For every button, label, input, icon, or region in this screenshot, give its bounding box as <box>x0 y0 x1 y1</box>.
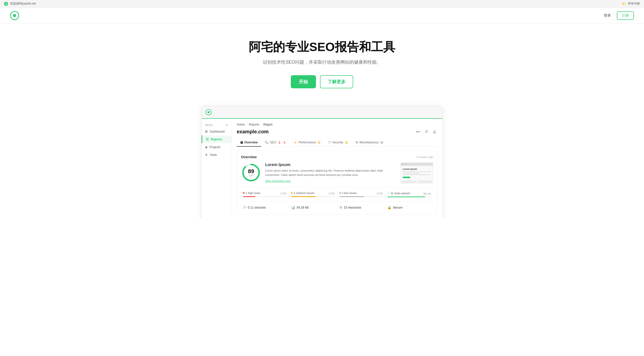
breadcrumb: Home › Reports › Report <box>237 123 437 126</box>
low-issue-value: 5.6% <box>377 192 383 195</box>
sidebar-item-tools[interactable]: ✕ Tools <box>202 151 231 159</box>
high-issue-dot <box>243 192 245 194</box>
browser-site-label: 优选源码yxymk.net <box>10 2 36 6</box>
tabs: ▦ Overview 🔍 SEO 1 1 ⚡ Performance 1 🛡 S… <box>237 139 437 147</box>
stat-passed: ✓ 31 tests passed 86.1% <box>385 190 433 198</box>
app-logo-icon <box>206 109 212 115</box>
score-number: 89 <box>248 169 254 174</box>
main-content: Home › Reports › Report example.com ••• … <box>232 119 442 219</box>
hero-title: 阿宅的专业SEO报告和工具 <box>5 39 639 55</box>
sidebar-item-dashboard[interactable]: ⊞ Dashboard <box>202 128 231 135</box>
register-button[interactable]: 注册 <box>617 11 634 20</box>
secure-value: Secure <box>393 206 403 209</box>
stat-low-issues: 2 low issues 5.6% <box>337 190 385 198</box>
site-description: Lorem ipsum dolor sit amet, consectetur … <box>265 169 396 177</box>
page-title: example.com <box>237 129 269 135</box>
breadcrumb-home[interactable]: Home <box>237 123 245 126</box>
sidebar-item-reports[interactable]: ☰ Reports <box>202 135 231 143</box>
logo-icon <box>10 11 19 20</box>
stat-high-issues: 1 high issue 2.8% <box>241 190 289 198</box>
start-button[interactable]: 开始 <box>291 75 316 88</box>
tab-security[interactable]: 🛡 Security 1 <box>325 139 352 147</box>
stats-row: 1 high issue 2.8% 2 med <box>241 187 433 198</box>
thumb-title: Lorem Ipsum <box>403 168 431 170</box>
hero-subtitle: 识别技术性SEO问题，并采取行动改善网站的健康和性能。 <box>5 59 639 65</box>
sidebar-item-projects[interactable]: ◈ Projects <box>202 143 231 151</box>
security-badge: 1 <box>344 141 348 144</box>
projects-icon: ◈ <box>205 145 208 149</box>
tab-performance[interactable]: ⚡ Performance 1 <box>290 139 325 147</box>
overview-body: 89 100 Lorem Ipsum Lorem ipsum dolor sit… <box>241 163 433 184</box>
metric-resources: ⚙ 15 resources <box>337 205 385 210</box>
seo-badge-2: 1 <box>283 141 287 144</box>
page-actions: ••• ↺ 🖨 <box>415 128 437 135</box>
dashboard-icon: ⊞ <box>205 130 208 133</box>
passed-check-icon: ✓ <box>387 191 390 195</box>
overview-time: 7 minutes ago <box>416 155 433 159</box>
seo-badge-1: 1 <box>277 141 281 144</box>
app-logo <box>202 106 232 118</box>
high-issue-value: 2.8% <box>280 192 287 195</box>
tab-miscellaneous[interactable]: ⚙ Miscellaneous 1 <box>352 139 387 147</box>
medium-issue-bar <box>291 196 316 197</box>
thumb-bar <box>401 163 433 166</box>
thumb-body: Lorem Ipsum <box>401 166 433 180</box>
passed-label: 31 tests passed <box>391 192 410 195</box>
learn-more-button[interactable]: 了解更多 <box>320 75 353 88</box>
misc-badge: 1 <box>380 141 384 144</box>
overview-title: Overview <box>241 155 257 159</box>
lock-icon: 🔒 <box>387 206 391 209</box>
breadcrumb-current: Report <box>263 123 272 126</box>
site-name: Lorem Ipsum <box>265 163 396 167</box>
browser-favicon: 优 <box>4 2 8 6</box>
sidebar: MENU ⚙ ⊞ Dashboard ☰ Reports ◈ Projects … <box>202 119 232 219</box>
thumb-cta <box>403 177 410 178</box>
refresh-button[interactable]: ↺ <box>424 128 429 135</box>
passed-value: 86.1% <box>423 192 431 195</box>
low-issue-bar <box>339 196 364 197</box>
page-header: example.com ••• ↺ 🖨 <box>237 128 437 135</box>
resources-icon: ⚙ <box>339 206 342 209</box>
seo-icon: 🔍 <box>265 141 268 144</box>
timer-icon: ⏱ <box>243 206 246 209</box>
app-top-bar <box>202 106 442 119</box>
medium-issue-label: 2 medium issues <box>294 191 314 194</box>
site-nav: 登录 注册 <box>0 8 644 24</box>
app-preview: MENU ⚙ ⊞ Dashboard ☰ Reports ◈ Projects … <box>201 106 443 219</box>
metric-load-time: ⏱ 0.11 seconds <box>241 205 289 210</box>
settings-icon[interactable]: ⚙ <box>226 124 228 127</box>
sidebar-menu-label: MENU ⚙ <box>202 123 231 128</box>
low-issue-dot <box>339 192 341 194</box>
site-url[interactable]: https://example.com/ <box>265 179 291 182</box>
hero-section: 阿宅的专业SEO报告和工具 识别技术性SEO问题，并采取行动改善网站的健康和性能… <box>0 24 644 98</box>
tab-seo[interactable]: 🔍 SEO 1 1 <box>261 139 290 147</box>
login-button[interactable]: 登录 <box>601 12 614 19</box>
folder-icon: 📁 <box>622 2 626 6</box>
stat-medium-issues: 2 medium issues 5.6% <box>289 190 337 198</box>
browser-bookmarks: 📁 所有书签 <box>622 2 640 6</box>
performance-icon: ⚡ <box>294 141 297 144</box>
overview-info: Lorem Ipsum Lorem ipsum dolor sit amet, … <box>265 163 396 183</box>
app-body: MENU ⚙ ⊞ Dashboard ☰ Reports ◈ Projects … <box>202 119 442 219</box>
medium-issue-value: 5.6% <box>329 192 335 195</box>
site-logo <box>10 11 19 20</box>
high-issue-label: 1 high issue <box>246 191 260 194</box>
misc-icon: ⚙ <box>355 141 358 144</box>
tab-overview[interactable]: ▦ Overview <box>237 139 261 147</box>
size-value: 54.26 kB <box>297 206 308 209</box>
size-icon: 📊 <box>291 206 295 209</box>
hero-buttons: 开始 了解更多 <box>5 75 639 88</box>
medium-issue-dot <box>291 192 293 194</box>
security-icon: 🛡 <box>328 141 331 144</box>
metric-size: 📊 54.26 kB <box>289 205 337 210</box>
print-button[interactable]: 🖨 <box>431 129 437 135</box>
score-max: 100 <box>248 174 254 177</box>
breadcrumb-reports[interactable]: Reports <box>249 123 259 126</box>
logo-dot <box>13 14 16 17</box>
passed-bar <box>387 196 425 197</box>
more-options-button[interactable]: ••• <box>415 129 421 135</box>
overview-card: Overview 7 minutes ago 89 100 <box>237 151 437 215</box>
score-text: 89 100 <box>248 169 254 177</box>
browser-bar: 优 优选源码yxymk.net 📁 所有书签 <box>0 0 644 8</box>
app-logo-dot <box>208 111 210 113</box>
